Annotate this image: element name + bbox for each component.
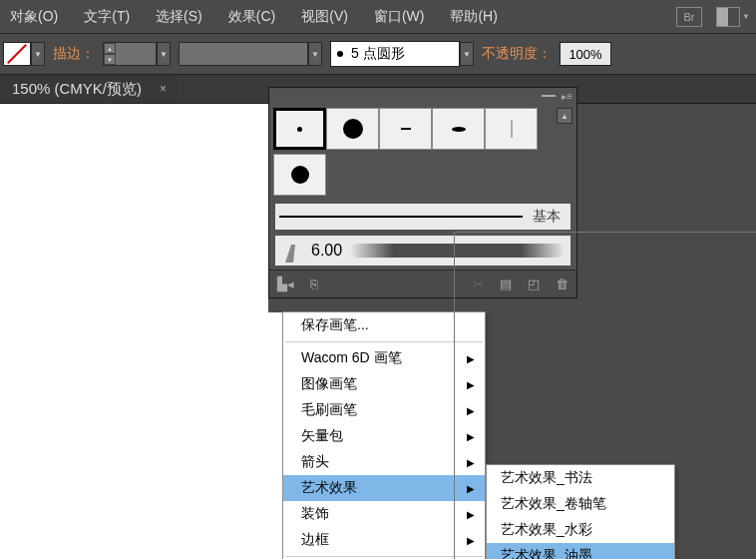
brush-definition-field[interactable]: 5 点圆形 bbox=[330, 41, 460, 67]
submenu-arrow-icon: ▶ bbox=[467, 457, 475, 468]
menu-view[interactable]: 视图(V) bbox=[295, 4, 354, 30]
stroke-profile-field[interactable] bbox=[179, 42, 308, 66]
close-icon[interactable]: × bbox=[160, 82, 167, 96]
menu-object[interactable]: 对象(O) bbox=[4, 4, 64, 30]
guide-line-v bbox=[454, 232, 455, 559]
brush-calligraphic-row[interactable]: 6.00 bbox=[275, 236, 570, 266]
menu-text[interactable]: 文字(T) bbox=[78, 4, 136, 30]
submenu-arrow-icon: ▶ bbox=[467, 353, 475, 364]
scroll-up-icon[interactable]: ▲ bbox=[557, 108, 572, 124]
submenu-ink[interactable]: 艺术效果_油墨 bbox=[487, 543, 674, 559]
stroke-weight-dropdown-icon[interactable]: ▼ bbox=[157, 42, 171, 66]
brush-thumb-4[interactable] bbox=[432, 108, 485, 150]
brush-thumb-1[interactable] bbox=[273, 108, 326, 150]
bridge-icon[interactable]: Br bbox=[676, 7, 702, 27]
stroke-weight-field[interactable]: ▲▼ bbox=[103, 42, 157, 66]
brush-preview-dot-icon bbox=[337, 51, 343, 57]
submenu-arrow-icon: ▶ bbox=[467, 405, 475, 416]
brush-basic-row[interactable]: 基本 bbox=[275, 204, 570, 230]
menu-effect[interactable]: 效果(C) bbox=[222, 4, 281, 30]
art-submenu: 艺术效果_书法 艺术效果_卷轴笔 艺术效果_水彩 艺术效果_油墨 bbox=[486, 464, 675, 559]
libraries-icon[interactable]: ⎘ bbox=[310, 277, 318, 291]
options-icon[interactable]: ▤ bbox=[500, 277, 512, 291]
menu-help[interactable]: 帮助(H) bbox=[444, 4, 503, 30]
opacity-label: 不透明度： bbox=[482, 45, 552, 63]
menu-select[interactable]: 选择(S) bbox=[150, 4, 208, 30]
canvas-lower[interactable] bbox=[0, 312, 283, 559]
library-menu-icon[interactable]: ▙◂ bbox=[277, 277, 294, 291]
remove-stroke-icon: ✂ bbox=[473, 277, 484, 291]
brush-thumb-2[interactable] bbox=[326, 108, 379, 150]
menu-window[interactable]: 窗口(W) bbox=[368, 4, 431, 30]
calligraphic-brush-icon bbox=[281, 239, 303, 263]
opacity-field[interactable]: 100% bbox=[560, 42, 611, 66]
basic-label: 基本 bbox=[533, 208, 567, 226]
fill-dropdown-icon[interactable]: ▼ bbox=[31, 42, 45, 66]
stroke-profile-dropdown-icon[interactable]: ▼ bbox=[308, 42, 322, 66]
calligraphic-stroke-preview bbox=[350, 244, 565, 258]
brush-dropdown-icon[interactable]: ▼ bbox=[460, 42, 474, 66]
document-tab-title: 150% (CMYK/预览) bbox=[12, 80, 142, 99]
brush-name-text: 5 点圆形 bbox=[351, 45, 405, 63]
layout-dropdown-icon[interactable]: ▼ bbox=[740, 7, 752, 27]
submenu-arrow-icon: ▶ bbox=[467, 431, 475, 442]
submenu-arrow-icon: ▶ bbox=[467, 535, 475, 546]
panel-menu-icon[interactable]: ▸≡ bbox=[562, 91, 572, 102]
layout-icon[interactable] bbox=[716, 7, 740, 27]
delete-brush-icon[interactable]: 🗑 bbox=[556, 277, 568, 291]
fill-none-swatch[interactable] bbox=[3, 42, 31, 66]
submenu-arrow-icon: ▶ bbox=[467, 483, 475, 494]
basic-stroke-preview bbox=[279, 216, 523, 218]
brush-thumb-5[interactable] bbox=[485, 108, 538, 150]
brushes-panel: ▸≡ ▲ 基本 6.00 ▙◂ ⎘ ✂ ▤ ◰ 🗑 bbox=[268, 87, 577, 298]
submenu-arrow-icon: ▶ bbox=[467, 379, 475, 390]
submenu-scroll[interactable]: 艺术效果_卷轴笔 bbox=[487, 491, 674, 517]
submenu-arrow-icon: ▶ bbox=[467, 509, 475, 520]
submenu-watercolor[interactable]: 艺术效果_水彩 bbox=[487, 517, 674, 543]
submenu-calligraphy[interactable]: 艺术效果_书法 bbox=[487, 465, 674, 491]
new-brush-icon[interactable]: ◰ bbox=[528, 277, 540, 291]
brush-library-menu: 保存画笔... Wacom 6D 画笔▶ 图像画笔▶ 毛刷画笔▶ 矢量包▶ 箭头… bbox=[282, 311, 486, 559]
stroke-label: 描边： bbox=[53, 45, 95, 63]
menu-bar: 对象(O) 文字(T) 选择(S) 效果(C) 视图(V) 窗口(W) 帮助(H… bbox=[0, 0, 756, 33]
calligraphic-size-text: 6.00 bbox=[311, 242, 342, 260]
brush-thumb-6[interactable] bbox=[273, 154, 326, 196]
control-bar: ▼ 描边： ▲▼ ▼ ▼ 5 点圆形 ▼ 不透明度： 100% bbox=[0, 33, 756, 75]
panel-collapse-icon[interactable] bbox=[542, 95, 556, 97]
document-tab[interactable]: 150% (CMYK/预览) × bbox=[0, 75, 179, 103]
guide-line-h bbox=[454, 232, 756, 233]
brush-thumb-3[interactable] bbox=[379, 108, 432, 150]
